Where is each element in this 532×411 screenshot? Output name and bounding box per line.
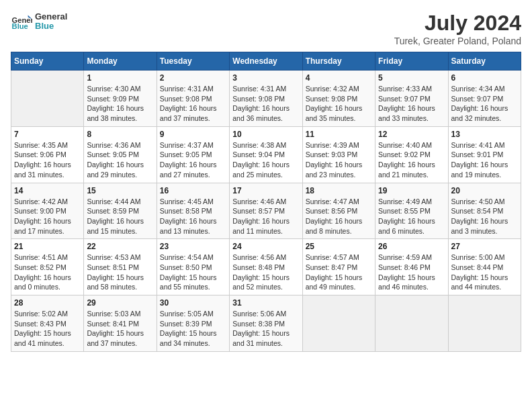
day-info: Sunrise: 4:38 AM Sunset: 9:04 PM Dayligh…: [232, 140, 299, 180]
calendar-cell: 1Sunrise: 4:30 AM Sunset: 9:09 PM Daylig…: [84, 71, 157, 127]
page-header: General Blue General Blue July 2024 Ture…: [11, 11, 521, 46]
column-header-sunday: Sunday: [11, 52, 84, 71]
calendar-cell: 16Sunrise: 4:45 AM Sunset: 8:58 PM Dayli…: [157, 183, 229, 239]
day-number: 11: [306, 130, 372, 139]
calendar-cell: 29Sunrise: 5:03 AM Sunset: 8:41 PM Dayli…: [84, 295, 157, 352]
week-row-2: 7Sunrise: 4:35 AM Sunset: 9:06 PM Daylig…: [11, 126, 521, 183]
calendar-cell: 8Sunrise: 4:36 AM Sunset: 9:05 PM Daylig…: [84, 126, 157, 183]
calendar-cell: 19Sunrise: 4:49 AM Sunset: 8:55 PM Dayli…: [375, 183, 448, 239]
day-info: Sunrise: 4:50 AM Sunset: 8:54 PM Dayligh…: [451, 197, 518, 236]
calendar-header-row: SundayMondayTuesdayWednesdayThursdayFrid…: [11, 52, 521, 71]
day-info: Sunrise: 4:31 AM Sunset: 9:08 PM Dayligh…: [160, 84, 226, 124]
logo-icon: General Blue: [11, 11, 32, 32]
calendar-cell: 18Sunrise: 4:47 AM Sunset: 8:56 PM Dayli…: [302, 183, 375, 239]
day-number: 12: [378, 130, 445, 139]
day-info: Sunrise: 4:54 AM Sunset: 8:50 PM Dayligh…: [160, 253, 226, 292]
day-info: Sunrise: 4:34 AM Sunset: 9:07 PM Dayligh…: [451, 84, 518, 124]
calendar-cell: 10Sunrise: 4:38 AM Sunset: 9:04 PM Dayli…: [230, 126, 302, 183]
day-number: 6: [451, 73, 518, 83]
day-number: 2: [160, 73, 226, 83]
day-info: Sunrise: 4:42 AM Sunset: 9:00 PM Dayligh…: [14, 197, 81, 236]
logo-text: General Blue: [35, 12, 67, 32]
day-info: Sunrise: 4:59 AM Sunset: 8:46 PM Dayligh…: [378, 253, 445, 292]
day-number: 29: [87, 298, 153, 308]
calendar-table: SundayMondayTuesdayWednesdayThursdayFrid…: [11, 52, 521, 352]
day-info: Sunrise: 4:56 AM Sunset: 8:48 PM Dayligh…: [232, 253, 299, 292]
calendar-cell: 20Sunrise: 4:50 AM Sunset: 8:54 PM Dayli…: [448, 183, 521, 239]
column-header-saturday: Saturday: [448, 52, 521, 71]
day-number: 15: [87, 186, 153, 195]
calendar-cell: 25Sunrise: 4:57 AM Sunset: 8:47 PM Dayli…: [302, 239, 375, 295]
column-header-friday: Friday: [375, 52, 448, 71]
calendar-cell: 21Sunrise: 4:51 AM Sunset: 8:52 PM Dayli…: [11, 239, 84, 295]
calendar-cell: 30Sunrise: 5:05 AM Sunset: 8:39 PM Dayli…: [157, 295, 229, 352]
calendar-cell: 13Sunrise: 4:41 AM Sunset: 9:01 PM Dayli…: [448, 126, 521, 183]
day-number: 1: [87, 73, 153, 83]
day-info: Sunrise: 4:36 AM Sunset: 9:05 PM Dayligh…: [87, 140, 153, 180]
day-info: Sunrise: 4:47 AM Sunset: 8:56 PM Dayligh…: [306, 197, 372, 236]
day-number: 25: [306, 242, 372, 251]
day-number: 9: [160, 130, 226, 139]
day-number: 31: [232, 298, 299, 308]
day-number: 22: [87, 242, 153, 251]
column-header-wednesday: Wednesday: [230, 52, 302, 71]
calendar-cell: 14Sunrise: 4:42 AM Sunset: 9:00 PM Dayli…: [11, 183, 84, 239]
column-header-monday: Monday: [84, 52, 157, 71]
column-header-thursday: Thursday: [302, 52, 375, 71]
day-number: 30: [160, 298, 226, 308]
calendar-cell: 3Sunrise: 4:31 AM Sunset: 9:08 PM Daylig…: [230, 71, 302, 127]
day-number: 23: [160, 242, 226, 251]
page-title: July 2024: [394, 11, 521, 36]
day-info: Sunrise: 5:06 AM Sunset: 8:38 PM Dayligh…: [232, 309, 299, 349]
day-number: 3: [232, 73, 299, 83]
calendar-cell: 11Sunrise: 4:39 AM Sunset: 9:03 PM Dayli…: [302, 126, 375, 183]
calendar-cell: 15Sunrise: 4:44 AM Sunset: 8:59 PM Dayli…: [84, 183, 157, 239]
day-number: 26: [378, 242, 445, 251]
day-number: 10: [232, 130, 299, 139]
day-info: Sunrise: 4:33 AM Sunset: 9:07 PM Dayligh…: [378, 84, 445, 124]
page-subtitle: Turek, Greater Poland, Poland: [394, 36, 521, 46]
day-number: 27: [451, 242, 518, 251]
week-row-1: 1Sunrise: 4:30 AM Sunset: 9:09 PM Daylig…: [11, 71, 521, 127]
calendar-cell: 2Sunrise: 4:31 AM Sunset: 9:08 PM Daylig…: [157, 71, 229, 127]
day-info: Sunrise: 4:57 AM Sunset: 8:47 PM Dayligh…: [306, 253, 372, 292]
day-number: 18: [306, 186, 372, 195]
logo-line1: General: [35, 12, 67, 21]
calendar-cell: 23Sunrise: 4:54 AM Sunset: 8:50 PM Dayli…: [157, 239, 229, 295]
day-info: Sunrise: 4:51 AM Sunset: 8:52 PM Dayligh…: [14, 253, 81, 292]
day-number: 7: [14, 130, 81, 139]
calendar-cell: 6Sunrise: 4:34 AM Sunset: 9:07 PM Daylig…: [448, 71, 521, 127]
calendar-cell: 12Sunrise: 4:40 AM Sunset: 9:02 PM Dayli…: [375, 126, 448, 183]
day-number: 28: [14, 298, 81, 308]
column-header-tuesday: Tuesday: [157, 52, 229, 71]
day-number: 20: [451, 186, 518, 195]
day-number: 13: [451, 130, 518, 139]
day-info: Sunrise: 4:44 AM Sunset: 8:59 PM Dayligh…: [87, 197, 153, 236]
day-info: Sunrise: 5:00 AM Sunset: 8:44 PM Dayligh…: [451, 253, 518, 292]
calendar-cell: 4Sunrise: 4:32 AM Sunset: 9:08 PM Daylig…: [302, 71, 375, 127]
day-info: Sunrise: 4:31 AM Sunset: 9:08 PM Dayligh…: [232, 84, 299, 124]
day-number: 16: [160, 186, 226, 195]
calendar-cell: [375, 295, 448, 352]
calendar-cell: [448, 295, 521, 352]
day-info: Sunrise: 4:49 AM Sunset: 8:55 PM Dayligh…: [378, 197, 445, 236]
calendar-cell: 26Sunrise: 4:59 AM Sunset: 8:46 PM Dayli…: [375, 239, 448, 295]
calendar-cell: 17Sunrise: 4:46 AM Sunset: 8:57 PM Dayli…: [230, 183, 302, 239]
calendar-cell: 22Sunrise: 4:53 AM Sunset: 8:51 PM Dayli…: [84, 239, 157, 295]
day-info: Sunrise: 4:39 AM Sunset: 9:03 PM Dayligh…: [306, 140, 372, 180]
week-row-3: 14Sunrise: 4:42 AM Sunset: 9:00 PM Dayli…: [11, 183, 521, 239]
day-number: 17: [232, 186, 299, 195]
day-info: Sunrise: 4:45 AM Sunset: 8:58 PM Dayligh…: [160, 197, 226, 236]
day-info: Sunrise: 4:41 AM Sunset: 9:01 PM Dayligh…: [451, 140, 518, 180]
calendar-cell: 31Sunrise: 5:06 AM Sunset: 8:38 PM Dayli…: [230, 295, 302, 352]
title-block: July 2024 Turek, Greater Poland, Poland: [394, 11, 521, 46]
day-info: Sunrise: 4:37 AM Sunset: 9:05 PM Dayligh…: [160, 140, 226, 180]
day-info: Sunrise: 5:03 AM Sunset: 8:41 PM Dayligh…: [87, 309, 153, 349]
day-number: 8: [87, 130, 153, 139]
day-number: 5: [378, 73, 445, 83]
day-info: Sunrise: 4:35 AM Sunset: 9:06 PM Dayligh…: [14, 140, 81, 180]
calendar-cell: 28Sunrise: 5:02 AM Sunset: 8:43 PM Dayli…: [11, 295, 84, 352]
day-number: 21: [14, 242, 81, 251]
calendar-cell: 7Sunrise: 4:35 AM Sunset: 9:06 PM Daylig…: [11, 126, 84, 183]
svg-text:Blue: Blue: [12, 22, 28, 30]
